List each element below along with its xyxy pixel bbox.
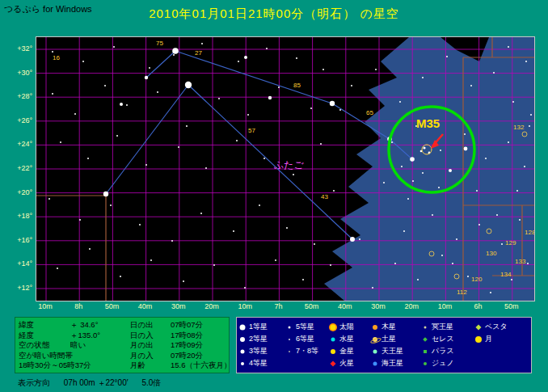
star bbox=[441, 255, 443, 256]
star2-icon bbox=[239, 336, 246, 343]
star bbox=[501, 243, 503, 245]
star bbox=[296, 57, 297, 59]
star bbox=[508, 141, 509, 143]
legend-label: 土星 bbox=[381, 334, 396, 344]
star-number-label: 27 bbox=[195, 49, 202, 57]
star-number-label: 120 bbox=[471, 276, 483, 283]
view-direction-label: 表示方向 bbox=[18, 378, 50, 387]
star bbox=[266, 48, 268, 49]
legend-label: ベスタ bbox=[485, 322, 508, 332]
bright-star bbox=[120, 103, 123, 106]
info-row: 空の状態暗い月の出17時09分 bbox=[19, 340, 226, 351]
zoom-value: 5.0倍 bbox=[141, 378, 161, 387]
uranus-icon bbox=[372, 348, 378, 355]
info-value: 暗い bbox=[70, 340, 130, 351]
constellation-line bbox=[188, 85, 352, 239]
info-label: 18時30分～05時37分 bbox=[19, 360, 130, 371]
legend-label: ジュノ bbox=[432, 358, 454, 369]
star bbox=[407, 198, 409, 200]
star bbox=[490, 292, 491, 293]
info-label: 日の入 bbox=[130, 331, 171, 341]
constellation-line bbox=[106, 85, 188, 194]
app-window: { "window": { "app_label": "つるぷら for Win… bbox=[0, 0, 548, 392]
legend-item-vesta: ベスタ bbox=[475, 321, 521, 333]
star bbox=[412, 180, 414, 182]
star bbox=[478, 224, 480, 226]
star bbox=[422, 172, 424, 174]
sun-icon bbox=[330, 324, 336, 331]
legend-item-jupiter: 木星 bbox=[372, 321, 422, 333]
legend-label: 月 bbox=[485, 334, 492, 344]
dec-axis-label: +22° bbox=[2, 164, 32, 172]
star-number-label: 134 bbox=[500, 271, 512, 278]
star-number-label: 133 bbox=[515, 258, 526, 265]
star bbox=[263, 158, 265, 159]
star bbox=[314, 243, 315, 245]
legend-item-ceres: セレス bbox=[422, 333, 475, 345]
star bbox=[524, 166, 525, 167]
bright-star bbox=[185, 82, 192, 88]
dec-axis-label: +20° bbox=[2, 188, 32, 196]
bright-star bbox=[244, 56, 247, 59]
star-number-label: 57 bbox=[248, 127, 255, 134]
legend-item-neptune: 海王星 bbox=[372, 357, 422, 369]
star bbox=[446, 56, 448, 57]
star bbox=[339, 109, 341, 111]
dec-axis-label: +12° bbox=[2, 284, 32, 292]
star bbox=[403, 230, 405, 232]
star bbox=[120, 276, 121, 277]
legend-column: 5等星6等星7・8等 bbox=[286, 321, 330, 369]
star-chart[interactable]: 16277557856543132128129133134130120112ふた… bbox=[36, 36, 535, 301]
star bbox=[275, 259, 276, 261]
info-label: 月の入 bbox=[130, 351, 171, 361]
star bbox=[244, 287, 246, 289]
info-label: 月の出 bbox=[130, 340, 171, 351]
legend-label: 冥王星 bbox=[432, 322, 453, 332]
bright-star bbox=[103, 192, 108, 196]
constellation-label-gemini: ふたご bbox=[273, 159, 305, 171]
star bbox=[527, 263, 529, 264]
ra-axis-label: 40m bbox=[133, 302, 158, 310]
jupiter-icon bbox=[372, 324, 378, 331]
star bbox=[113, 46, 115, 48]
star3-icon bbox=[239, 348, 246, 355]
star-chart-canvas[interactable]: 16277557856543132128129133134130120112ふた… bbox=[36, 37, 534, 301]
star-number-label: 112 bbox=[457, 289, 467, 296]
legend-item-mercury: 水星 bbox=[330, 333, 372, 345]
star bbox=[511, 279, 512, 280]
legend-column: 冥王星セレスパラスジュノ bbox=[422, 321, 475, 369]
legend-label: 木星 bbox=[381, 322, 396, 332]
star bbox=[359, 238, 360, 240]
mercury-icon bbox=[330, 336, 336, 343]
bright-star bbox=[268, 96, 272, 99]
star1-icon bbox=[239, 324, 246, 331]
legend-item-saturn: 土星 bbox=[372, 333, 422, 345]
legend-item-star1: 1等星 bbox=[239, 321, 286, 333]
star-number-label: 128 bbox=[525, 229, 534, 236]
star bbox=[150, 259, 152, 261]
star bbox=[52, 51, 53, 53]
star bbox=[467, 276, 469, 277]
star bbox=[201, 43, 203, 44]
info-value: ＋ 34.6° bbox=[70, 320, 130, 331]
star bbox=[496, 214, 498, 216]
star-number-label: 130 bbox=[486, 250, 497, 257]
info-row: 18時30分～05時37分月齢15.6（十六夜月） bbox=[19, 360, 226, 371]
star bbox=[333, 190, 335, 192]
star bbox=[330, 264, 331, 266]
star bbox=[508, 46, 509, 48]
ra-axis-label: 20m bbox=[398, 302, 424, 310]
legend-item-pallas: パラス bbox=[422, 345, 475, 357]
star bbox=[422, 77, 424, 78]
legend-item-uranus: 天王星 bbox=[372, 345, 422, 357]
legend-column: ベスタ月 bbox=[475, 321, 521, 369]
star bbox=[186, 125, 188, 127]
legend-item-star3: 3等星 bbox=[239, 345, 286, 357]
bright-star bbox=[330, 101, 335, 106]
star bbox=[529, 125, 530, 127]
ceres-icon bbox=[422, 336, 428, 343]
info-value: 07時07分 bbox=[171, 320, 226, 331]
dec-axis-label: +18° bbox=[2, 212, 32, 220]
bright-star bbox=[172, 48, 179, 54]
info-label: 経度 bbox=[19, 331, 70, 341]
